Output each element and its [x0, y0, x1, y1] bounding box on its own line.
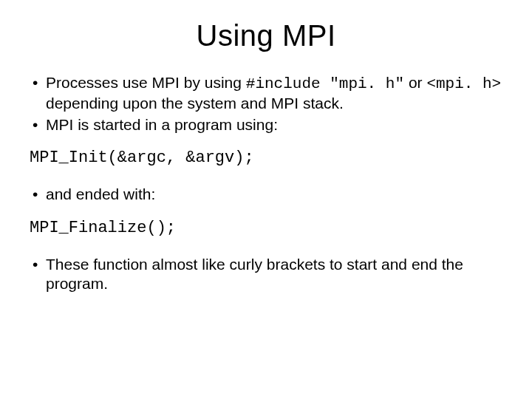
bullet-text: and ended with: [46, 185, 155, 202]
bullet-item: MPI is started in a program using: [30, 115, 502, 134]
bullet-group-3: These function almost like curly bracket… [30, 255, 502, 294]
bullet-text: or [404, 74, 426, 91]
bullet-text: MPI is started in a program using: [46, 116, 278, 133]
bullet-text: depending upon the system and MPI stack. [46, 95, 344, 112]
bullet-item: These function almost like curly bracket… [30, 255, 502, 294]
bullet-text: Processes use MPI by using [46, 74, 246, 91]
inline-code: #include "mpi. h" [246, 75, 404, 92]
bullet-group-1: Processes use MPI by using #include "mpi… [30, 73, 502, 134]
code-block: MPI_Init(&argc, &argv); [30, 148, 502, 169]
bullet-group-2: and ended with: [30, 185, 502, 204]
inline-code: <mpi. h> [426, 75, 501, 92]
bullet-item: and ended with: [30, 185, 502, 204]
code-block: MPI_Finalize(); [30, 218, 502, 239]
bullet-text: These function almost like curly bracket… [46, 256, 463, 292]
bullet-item: Processes use MPI by using #include "mpi… [30, 73, 502, 114]
slide: Using MPI Processes use MPI by using #in… [0, 0, 532, 399]
slide-title: Using MPI [30, 19, 502, 52]
